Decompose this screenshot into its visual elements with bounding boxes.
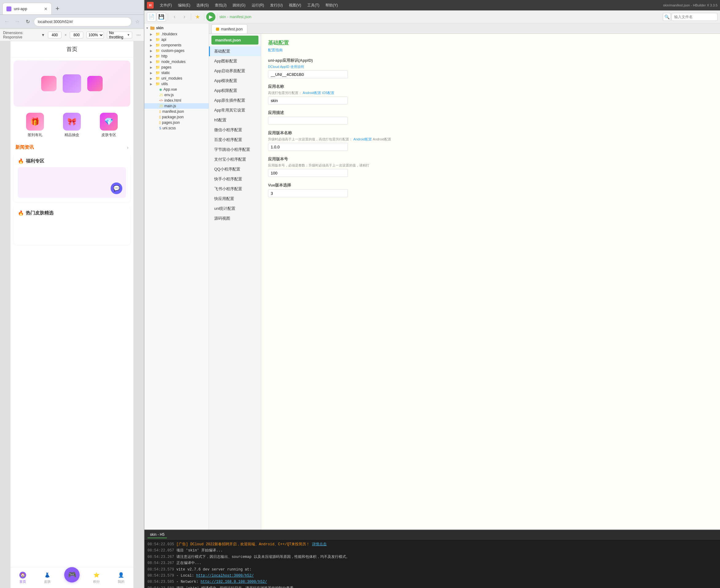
appname-ios-link[interactable]: iOS配置 (322, 91, 334, 94)
icon-item-2[interactable]: 🎀 精品抽盒 (63, 113, 81, 138)
manifest-nav-item-kuaishou[interactable]: 快手小程序配置 (209, 174, 261, 184)
console-network-link[interactable]: http://192.168.0.108:3000/h52/ (201, 580, 267, 584)
address-bar[interactable]: localhost:3000/h52/#/ (34, 17, 131, 26)
icon-item-1[interactable]: 🎁 签到有礼 (26, 113, 44, 138)
breadcrumb-root[interactable]: skin (220, 15, 226, 19)
console-ad-link[interactable]: 详情点击 (312, 542, 327, 547)
back-button[interactable]: ← (2, 18, 11, 26)
tree-item-appvue[interactable]: ◉ App.vue (144, 87, 209, 92)
appid-link1[interactable]: DCloud AppID (268, 65, 289, 68)
tree-item-uniscss[interactable]: S uni.scss (144, 125, 209, 131)
tree-item-envjs[interactable]: JS env.js (144, 92, 209, 98)
toolbar-btn-save[interactable]: 💾 (157, 12, 166, 21)
tree-item-indexhtml[interactable]: </> index.html (144, 98, 209, 103)
news-arrow[interactable]: › (127, 145, 128, 150)
tree-item-custom-pages[interactable]: ▶ 📁 custom-pages (144, 48, 209, 54)
menu-item-tools[interactable]: 工具(T) (304, 0, 322, 10)
tree-item-pagesjson[interactable]: [] pages.json (144, 120, 209, 125)
nav-center[interactable]: 🎮 (60, 567, 84, 588)
toolbar-btn-back[interactable]: ‹ (170, 12, 179, 21)
tree-item-http[interactable]: ▶ 📁 http (144, 54, 209, 59)
tab-close-icon[interactable]: ✕ (44, 6, 48, 12)
manifest-nav-item-appsplash[interactable]: App启动界面配置 (209, 66, 261, 76)
appdesc-input[interactable] (268, 117, 348, 125)
file-search-btn[interactable]: 🔍 (663, 13, 671, 21)
search-input[interactable] (672, 13, 718, 21)
breadcrumb-file[interactable]: manifest.json (229, 15, 251, 19)
forward-button[interactable]: → (13, 18, 21, 26)
throttling-select[interactable]: No throttling ▼ (107, 31, 132, 38)
menu-item-publish[interactable]: 发行(U) (267, 0, 286, 10)
menu-item-jump[interactable]: 跳转(G) (229, 0, 248, 10)
toolbar-btn-star[interactable]: ★ (193, 12, 202, 21)
manifest-nav-item-source[interactable]: 源码视图 (209, 213, 261, 223)
manifest-nav-item-alipay[interactable]: 支付宝小程序配置 (209, 154, 261, 164)
tree-item-packagejson[interactable]: [] package.json (144, 114, 209, 120)
tree-item-uni-modules[interactable]: ▶ 📁 uni_modules (144, 76, 209, 81)
toolbar-btn-forward[interactable]: › (180, 12, 189, 21)
nav-home[interactable]: 🏠 首页 (11, 567, 35, 588)
vue-input[interactable] (268, 189, 348, 197)
manifest-nav-item-basic[interactable]: 基础配置 (209, 46, 261, 56)
toolbar-btn-run[interactable]: ▶ (206, 12, 215, 21)
dimensions-dropdown-icon[interactable]: ▼ (41, 33, 45, 37)
reload-button[interactable]: ↻ (23, 18, 32, 26)
appversion-android-link[interactable]: Android配置 (353, 137, 372, 141)
manifest-nav-item-baidu[interactable]: 百度小程序配置 (209, 135, 261, 145)
tree-item-components[interactable]: ▶ 📁 components (144, 42, 209, 48)
more-tools-icon[interactable]: ⋯ (137, 33, 141, 38)
manifest-nav-item-bytedance[interactable]: 字节跳动小程序配置 (209, 145, 261, 154)
new-tab-button[interactable]: + (53, 4, 62, 13)
menu-item-file[interactable]: 文件(F) (157, 0, 175, 10)
manifest-nav-item-wechat[interactable]: 微信小程序配置 (209, 125, 261, 135)
browser-tab[interactable]: uni-app ✕ (2, 3, 52, 15)
manifest-nav-item-uni-stats[interactable]: uni统计配置 (209, 204, 261, 213)
manifest-nav-item-appnative[interactable]: App原生插件配置 (209, 96, 261, 105)
manifest-nav-item-qq[interactable]: QQ小程序配置 (209, 164, 261, 174)
manifest-nav-item-appperms[interactable]: App权限配置 (209, 86, 261, 96)
menu-item-help[interactable]: 帮助(Y) (322, 0, 341, 10)
console-tab-active[interactable]: skin - H5 (147, 531, 167, 538)
height-input[interactable] (70, 31, 83, 38)
tree-item-mainjs[interactable]: JS main.js (144, 103, 209, 109)
appversionno-input[interactable] (268, 169, 348, 177)
console-local-link[interactable]: http://localhost:3000/h52/ (196, 573, 253, 578)
float-button[interactable]: 💬 (111, 183, 122, 194)
tree-item-manifestjson[interactable]: {} manifest.json (144, 109, 209, 114)
nav-mine[interactable]: 👤 我的 (109, 567, 133, 588)
editor-tab-manifest[interactable]: manifest.json (211, 24, 247, 34)
tree-item-api[interactable]: ▶ 📁 api (144, 37, 209, 42)
console-body[interactable]: 08:54:22.035 [广告] DCloud 2022新春招聘开启，欢迎前端… (144, 540, 720, 588)
tree-item-pages[interactable]: ▶ 📁 pages (144, 64, 209, 70)
manifest-nav-item-quickapp[interactable]: 快应用配置 (209, 194, 261, 204)
app-scroll-area[interactable]: 🎁 签到有礼 🎀 精品抽盒 💎 皮肤专区 (11, 58, 133, 588)
manifest-nav-item-feishu[interactable]: 飞书小程序配置 (209, 184, 261, 194)
tree-root[interactable]: ▼ skin (144, 25, 209, 31)
manifest-nav-item-appicon[interactable]: App图标配置 (209, 56, 261, 66)
tree-item-utils[interactable]: ▶ 📁 utils (144, 81, 209, 87)
manifest-nav-item-appother[interactable]: App常用其它设置 (209, 105, 261, 115)
tree-item-node-modules[interactable]: ▶ 📁 node_modules (144, 59, 209, 64)
appname-android-link[interactable]: Android配置 (303, 91, 321, 94)
appid-input[interactable] (268, 70, 348, 78)
menu-item-find[interactable]: 查找(J) (212, 0, 229, 10)
nav-points[interactable]: ⭐ 积分 (84, 567, 109, 588)
star-button[interactable]: ☆ (133, 18, 141, 26)
nav-skin[interactable]: 👗 皮肤 (35, 567, 60, 588)
menu-item-view[interactable]: 视图(V) (286, 0, 304, 10)
menu-item-edit[interactable]: 编辑(E) (175, 0, 193, 10)
menu-item-run[interactable]: 运行(R) (249, 0, 267, 10)
manifest-nav-item-appmodule[interactable]: App模块配置 (209, 76, 261, 86)
zoom-select[interactable]: 100% 75% 50% (86, 31, 104, 38)
appname-input[interactable] (268, 97, 348, 104)
appversion-input[interactable] (268, 143, 348, 151)
icon-item-3[interactable]: 💎 皮肤专区 (100, 113, 118, 138)
tree-item-hbuilderx[interactable]: ▶ 📁 .hbuilderx (144, 31, 209, 37)
menu-item-select[interactable]: 选择(S) (193, 0, 212, 10)
toolbar-btn-new[interactable]: 📄 (147, 12, 156, 21)
manifest-nav-item-h5[interactable]: h5配置 (209, 115, 261, 125)
appid-link2[interactable]: 使用说明 (290, 65, 304, 68)
width-input[interactable] (48, 31, 61, 38)
tree-item-static[interactable]: ▶ 📁 static (144, 70, 209, 76)
manifest-config-link[interactable]: 配置指南 (268, 48, 713, 53)
